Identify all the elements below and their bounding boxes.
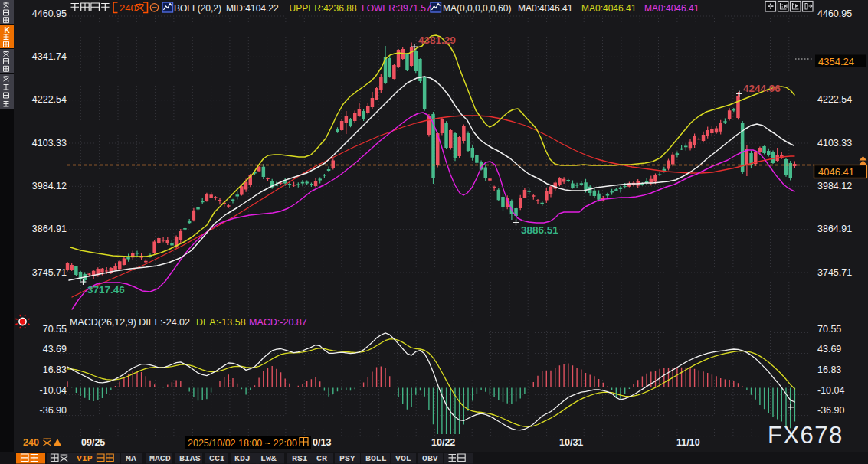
svg-text:K: K <box>4 26 10 34</box>
svg-text:240: 240 <box>120 2 136 14</box>
